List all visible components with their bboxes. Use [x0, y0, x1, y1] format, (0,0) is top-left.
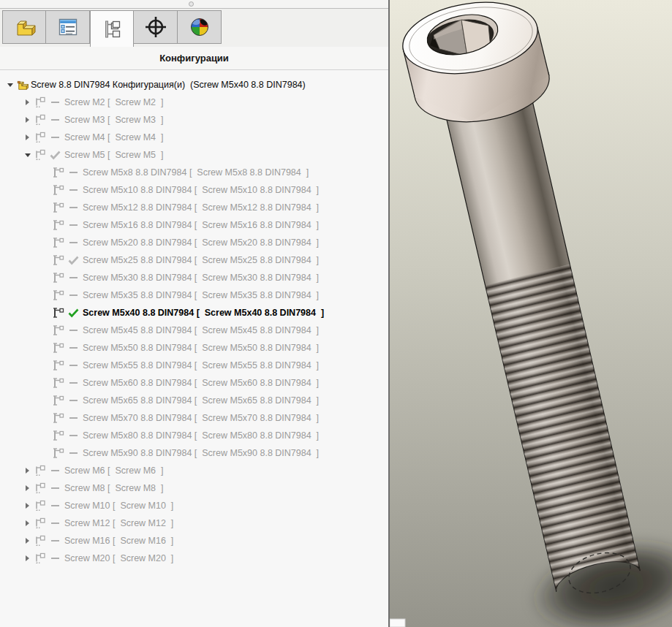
suppressed-dash-icon [47, 517, 63, 529]
config-row[interactable]: Screw M12 [ Screw M12 ] [0, 514, 388, 532]
derived-configuration-icon [51, 289, 65, 301]
suppressed-dash-icon [65, 219, 81, 231]
config-row[interactable]: Screw M5x20 8.8 DIN7984 [ Screw M5x20 8.… [0, 234, 388, 251]
suppressed-dash-icon [65, 342, 81, 354]
config-label: Screw M5x12 8.8 DIN7984 [ Screw M5x12 8.… [81, 202, 319, 213]
config-label: Screw M4 [ Screw M4 ] [63, 132, 163, 142]
suppressed-dash-icon [65, 395, 81, 406]
config-row[interactable]: Screw M5x25 8.8 DIN7984 [ Screw M5x25 8.… [0, 251, 388, 269]
derived-configuration-icon [51, 342, 65, 354]
tab-displaymanager[interactable] [178, 10, 222, 44]
last-active-check-icon [65, 254, 81, 266]
expand-arrow-icon[interactable] [22, 518, 33, 528]
config-row[interactable]: Screw M6 [ Screw M6 ] [0, 462, 388, 479]
derived-configuration-icon [51, 377, 65, 389]
suppressed-dash-icon [65, 447, 81, 459]
config-label: Screw M3 [ Screw M3 ] [63, 115, 163, 125]
tree-root-row[interactable]: Screw 8.8 DIN7984 Конфигурация(и) (Screw… [0, 76, 388, 94]
config-row[interactable]: Screw M20 [ Screw M20 ] [0, 550, 388, 567]
config-label: Screw M12 [ Screw M12 ] [63, 518, 173, 528]
config-row[interactable]: Screw M3 [ Screw M3 ] [0, 111, 388, 129]
config-row[interactable]: Screw M5x50 8.8 DIN7984 [ Screw M5x50 8.… [0, 339, 388, 357]
derived-configuration-icon [51, 395, 65, 406]
viewport-corner-fragment [390, 619, 405, 627]
panel-title: Конфигурации [0, 47, 388, 70]
config-label: Screw M5x90 8.8 DIN7984 [ Screw M5x90 8.… [81, 448, 319, 458]
expand-arrow-icon[interactable] [4, 80, 15, 90]
active-check-icon [65, 307, 81, 319]
suppressed-dash-icon [47, 482, 63, 494]
config-label: Screw M5x40 8.8 DIN7984 [ Screw M5x40 8.… [81, 308, 324, 318]
config-row[interactable]: Screw M5x45 8.8 DIN7984 [ Screw M5x45 8.… [0, 322, 388, 339]
config-row[interactable]: Screw M5x10 8.8 DIN7984 [ Screw M5x10 8.… [0, 181, 388, 199]
configuration-icon [33, 132, 47, 143]
tab-configurationmanager[interactable] [90, 10, 134, 47]
tab-featuremanager[interactable] [2, 10, 46, 44]
config-row[interactable]: Screw M5x8 8.8 DIN7984 [ Screw M5x8 8.8 … [0, 164, 388, 181]
configuration-icon [33, 149, 47, 161]
config-label: Screw M5x60 8.8 DIN7984 [ Screw M5x60 8.… [81, 378, 319, 388]
suppressed-dash-icon [65, 167, 81, 178]
config-row[interactable]: Screw M5x60 8.8 DIN7984 [ Screw M5x60 8.… [0, 374, 388, 392]
suppressed-dash-icon [47, 535, 63, 547]
expand-arrow-icon[interactable] [22, 97, 33, 107]
suppressed-dash-icon [65, 289, 81, 301]
manager-tab-bar [0, 9, 388, 47]
expand-arrow-icon[interactable] [22, 553, 33, 563]
suppressed-dash-icon [47, 552, 63, 564]
config-label: Screw M20 [ Screw M20 ] [63, 553, 173, 563]
config-row[interactable]: Screw M2 [ Screw M2 ] [0, 94, 388, 111]
last-active-check-icon [47, 149, 63, 161]
config-row[interactable]: Screw M5x90 8.8 DIN7984 [ Screw M5x90 8.… [0, 444, 388, 462]
config-row[interactable]: Screw M5x40 8.8 DIN7984 [ Screw M5x40 8.… [0, 304, 388, 322]
config-row[interactable]: Screw M5x16 8.8 DIN7984 [ Screw M5x16 8.… [0, 216, 388, 234]
config-row[interactable]: Screw M5 [ Screw M5 ] [0, 146, 388, 164]
config-row[interactable]: Screw M5x30 8.8 DIN7984 [ Screw M5x30 8.… [0, 269, 388, 286]
derived-configuration-icon [51, 167, 65, 178]
expand-arrow-icon[interactable] [22, 536, 33, 546]
configuration-tree: Screw 8.8 DIN7984 Конфигурация(и) (Screw… [0, 70, 388, 567]
config-row[interactable]: Screw M5x80 8.8 DIN7984 [ Screw M5x80 8.… [0, 427, 388, 444]
expand-arrow-icon[interactable] [22, 483, 33, 493]
config-row[interactable]: Screw M5x70 8.8 DIN7984 [ Screw M5x70 8.… [0, 409, 388, 427]
config-row[interactable]: Screw M10 [ Screw M10 ] [0, 497, 388, 514]
config-row[interactable]: Screw M8 [ Screw M8 ] [0, 479, 388, 497]
target-crosshair-icon [143, 15, 168, 39]
config-row[interactable]: Screw M16 [ Screw M16 ] [0, 532, 388, 550]
config-row[interactable]: Screw M5x35 8.8 DIN7984 [ Screw M5x35 8.… [0, 286, 388, 304]
suppressed-dash-icon [65, 377, 81, 389]
expand-arrow-icon[interactable] [22, 115, 33, 125]
tab-propertymanager[interactable] [46, 10, 90, 44]
config-label: Screw M5x65 8.8 DIN7984 [ Screw M5x65 8.… [81, 395, 319, 406]
config-row[interactable]: Screw M5x65 8.8 DIN7984 [ Screw M5x65 8.… [0, 392, 388, 409]
suppressed-dash-icon [65, 430, 81, 441]
config-label: Screw M5x25 8.8 DIN7984 [ Screw M5x25 8.… [81, 255, 319, 265]
config-row[interactable]: Screw M5x55 8.8 DIN7984 [ Screw M5x55 8.… [0, 357, 388, 374]
splitter-handle-icon[interactable] [189, 1, 194, 7]
derived-configuration-icon [51, 324, 65, 336]
panel-top-splitter[interactable] [0, 0, 388, 9]
config-row[interactable]: Screw M5x12 8.8 DIN7984 [ Screw M5x12 8.… [0, 199, 388, 216]
expand-arrow-icon[interactable] [22, 150, 33, 160]
config-label: Screw M5 [ Screw M5 ] [63, 150, 163, 160]
config-label: Screw M5x45 8.8 DIN7984 [ Screw M5x45 8.… [81, 325, 319, 335]
config-label: Screw M10 [ Screw M10 ] [63, 501, 173, 511]
config-label: Screw M8 [ Screw M8 ] [63, 483, 163, 493]
configuration-icon [33, 114, 47, 126]
derived-configuration-icon [51, 272, 65, 284]
configurations-tree-icon [100, 18, 124, 41]
configuration-icon [33, 535, 47, 547]
derived-configuration-icon [51, 447, 65, 459]
expand-arrow-icon[interactable] [22, 132, 33, 142]
expand-arrow-icon[interactable] [22, 466, 33, 476]
config-row[interactable]: Screw M4 [ Screw M4 ] [0, 129, 388, 146]
configuration-icon [33, 552, 47, 564]
config-label: Screw M5x16 8.8 DIN7984 [ Screw M5x16 8.… [81, 220, 319, 230]
display-sphere-icon [188, 15, 211, 39]
config-label: Screw M16 [ Screw M16 ] [63, 536, 173, 546]
expand-arrow-icon[interactable] [22, 501, 33, 511]
config-label: Screw M2 [ Screw M2 ] [63, 97, 163, 107]
configuration-icon [33, 517, 47, 529]
graphics-area-3d-view[interactable] [388, 0, 672, 627]
tab-dimxpertmanager[interactable] [134, 10, 178, 44]
